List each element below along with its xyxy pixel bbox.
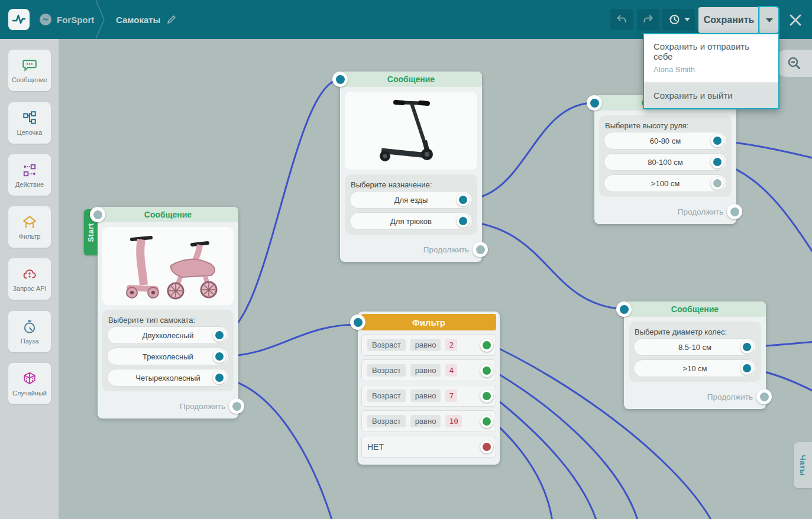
option-button-riding[interactable]: Для езды <box>350 191 473 209</box>
output-port[interactable] <box>213 350 226 363</box>
option-label: Двухколесный <box>143 331 193 340</box>
input-port[interactable] <box>587 95 602 111</box>
wire <box>487 391 597 519</box>
sidebar-item-pause[interactable]: Пауза <box>8 311 51 352</box>
pulse-logo-icon <box>11 11 27 28</box>
output-port[interactable] <box>480 339 493 352</box>
save-button[interactable]: Сохранить <box>698 7 759 33</box>
option-button-gt10[interactable]: >10 см <box>633 359 756 377</box>
node-header: Сообщение <box>98 207 238 222</box>
chevron-down-icon <box>684 18 690 21</box>
option-button-two-wheel[interactable]: Двухколесный <box>107 326 229 344</box>
node-title: Сообщение <box>387 74 435 84</box>
chevron-down-icon <box>766 18 773 22</box>
edit-pencil-icon[interactable] <box>166 14 177 25</box>
option-label: 8.5-10 см <box>678 343 711 352</box>
output-port[interactable] <box>213 371 226 384</box>
input-port[interactable] <box>616 301 632 317</box>
menu-item-save-and-send[interactable]: Сохранить и отправить себе Alona Smith <box>644 34 778 80</box>
continue-label: Продолжить <box>423 245 469 254</box>
output-port[interactable] <box>740 340 753 353</box>
option-button-80-100[interactable]: 80-100 см <box>604 153 727 171</box>
filter-condition-row[interactable]: Возраст равно 4 <box>361 359 496 381</box>
menu-item-save-and-exit[interactable]: Сохранить и выйти <box>644 83 778 108</box>
filter-condition-row[interactable]: Возраст равно 7 <box>361 385 496 407</box>
redo-icon <box>642 13 655 26</box>
output-port[interactable] <box>740 362 753 375</box>
node-message-handlebar[interactable]: Сообщение Выберите высоту руля: 60-80 см… <box>594 95 736 224</box>
node-title: Сообщение <box>671 304 719 314</box>
node-title: Сообщение <box>144 210 192 219</box>
project-title-group: Самокаты <box>116 0 177 39</box>
condition-field: Возраст <box>367 364 406 377</box>
output-port[interactable] <box>480 440 493 453</box>
option-button-four-wheel[interactable]: Четырехколесный <box>107 369 229 387</box>
output-port[interactable] <box>711 155 724 168</box>
app-logo[interactable] <box>8 9 30 30</box>
output-port[interactable] <box>480 364 493 377</box>
continue-port[interactable] <box>756 389 772 404</box>
history-button[interactable] <box>662 9 695 30</box>
messenger-icon <box>39 13 52 26</box>
brand-breadcrumb[interactable]: ForSport <box>39 0 94 39</box>
node-filter-age[interactable]: Фильтр Возраст равно 2 Возраст равно 4 В… <box>358 312 500 465</box>
option-label: Для езды <box>394 196 428 205</box>
option-button-three-wheel[interactable]: Трехколесный <box>107 348 229 365</box>
node-message-type-start[interactable]: Start Сообщение <box>98 207 238 419</box>
node-message-purpose[interactable]: Сообщение Выберите назначение: Для е <box>340 72 482 262</box>
continue-port[interactable] <box>727 204 742 219</box>
continue-port[interactable] <box>229 398 244 414</box>
option-button-gt100[interactable]: >100 см <box>604 174 727 192</box>
breadcrumb-chevron <box>95 0 106 39</box>
option-label: >10 см <box>682 364 707 373</box>
condition-value: 2 <box>445 339 457 351</box>
node-message-wheels[interactable]: Сообщение Выберите диаметр колес: 8.5-10… <box>624 301 766 409</box>
condition-operator: равно <box>410 339 441 351</box>
continue-label: Продолжить <box>678 207 723 216</box>
chats-side-tab[interactable]: Чаты <box>794 442 812 488</box>
output-port[interactable] <box>457 215 470 228</box>
output-port[interactable] <box>480 415 493 428</box>
condition-operator: равно <box>410 415 441 427</box>
condition-value: 4 <box>445 364 457 377</box>
option-button-60-80[interactable]: 60-80 см <box>604 132 727 150</box>
continue-port[interactable] <box>473 242 488 257</box>
sidebar-item-random[interactable]: Случайный <box>8 363 51 404</box>
output-port[interactable] <box>711 177 724 190</box>
blocks-sidebar: Сообщение Цепочка Действие <box>0 39 59 519</box>
filter-condition-row[interactable]: Возраст равно 2 <box>361 334 496 356</box>
condition-value: 10 <box>445 415 462 427</box>
continue-row: Продолжить <box>345 241 477 258</box>
zoom-out-icon[interactable] <box>787 56 802 71</box>
sidebar-item-label: Сообщение <box>12 76 47 83</box>
sidebar-item-message[interactable]: Сообщение <box>8 50 51 91</box>
filter-else-row[interactable]: НЕТ <box>361 436 496 458</box>
sidebar-item-action[interactable]: Действие <box>8 154 51 196</box>
output-port[interactable] <box>711 134 724 147</box>
option-button-tricks[interactable]: Для трюков <box>350 212 473 230</box>
sidebar-item-chain[interactable]: Цепочка <box>8 102 51 144</box>
undo-button[interactable] <box>610 9 633 30</box>
output-port[interactable] <box>457 193 470 206</box>
save-label: Сохранить <box>704 15 755 25</box>
sidebar-item-label: Цепочка <box>17 129 43 136</box>
save-options-button[interactable] <box>759 7 778 33</box>
condition-operator: равно <box>410 364 441 377</box>
input-port[interactable] <box>350 314 365 330</box>
filter-condition-row[interactable]: Возраст равно 10 <box>361 410 496 432</box>
stunt-scooter-illustration <box>352 93 470 168</box>
redo-button[interactable] <box>637 9 659 30</box>
output-port[interactable] <box>480 390 493 403</box>
close-button[interactable] <box>787 11 804 29</box>
node-title: Фильтр <box>412 317 445 327</box>
option-button-8-10[interactable]: 8.5-10 см <box>633 338 756 356</box>
input-port[interactable] <box>332 72 348 87</box>
sidebar-item-filter[interactable]: Фильтр <box>8 206 51 248</box>
wire <box>219 325 358 356</box>
condition-field: Возраст <box>367 339 406 351</box>
output-port[interactable] <box>213 329 226 342</box>
sidebar-item-api[interactable]: Запрос API <box>8 258 51 300</box>
wire <box>463 103 594 200</box>
condition-field: Возраст <box>367 390 406 402</box>
input-port[interactable] <box>90 207 105 222</box>
